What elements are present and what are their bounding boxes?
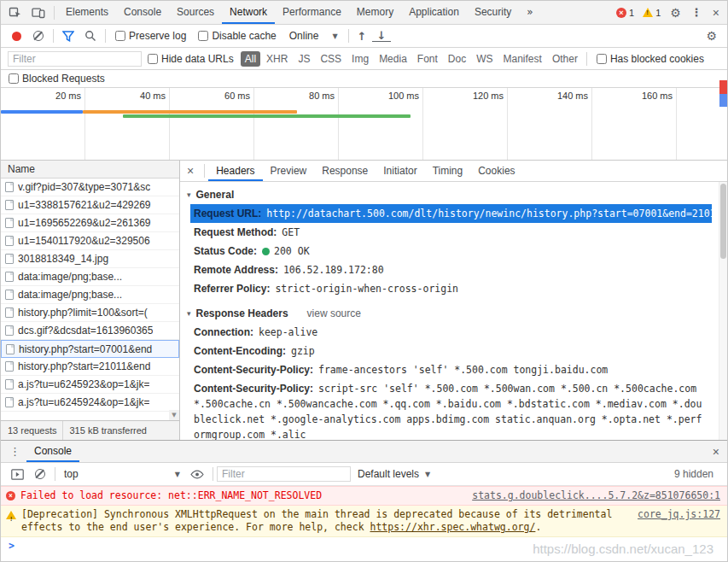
header-row-connection[interactable]: Connection:keep-alive	[180, 323, 712, 342]
network-settings-gear-icon[interactable]: ⚙	[701, 29, 722, 43]
blocked-requests-checkbox-input[interactable]	[9, 73, 19, 84]
device-toolbar-icon[interactable]	[26, 7, 50, 19]
request-row[interactable]: a.js?tu=u6245924&op=1&jk=	[1, 394, 179, 412]
request-row[interactable]: u1=1695652269&u2=261369	[1, 214, 179, 232]
request-row[interactable]: v.gif?pid=307&type=3071&sc	[1, 179, 179, 196]
drawer-kebab-menu-icon[interactable]: ⋮	[3, 445, 26, 458]
request-row[interactable]: u1=3388157621&u2=429269	[1, 196, 179, 214]
close-devtools-icon[interactable]: ×	[708, 6, 725, 20]
request-row[interactable]: u1=1540117920&u2=329506	[1, 232, 179, 250]
request-row[interactable]: 3018818349_14.jpg	[1, 250, 179, 268]
warning-badge[interactable]: 1	[643, 8, 661, 18]
tab-elements[interactable]: Elements	[58, 1, 116, 24]
tab-network[interactable]: Network	[222, 1, 275, 24]
request-row[interactable]: a.js?tu=u6245923&op=1&jk=	[1, 376, 179, 394]
warning-source-link[interactable]: core_jq.js:127	[638, 508, 720, 521]
view-source-link[interactable]: view source	[307, 307, 361, 319]
tab-initiator[interactable]: Initiator	[376, 161, 424, 181]
spec-link[interactable]: https://xhr.spec.whatwg.org/	[370, 521, 536, 533]
tab-response[interactable]: Response	[314, 161, 376, 181]
javascript-context-dropdown[interactable]: top ▼	[59, 468, 185, 480]
header-row-csp-frame-ancestors[interactable]: Content-Security-Policy:frame-ancestors …	[180, 360, 712, 379]
tab-preview[interactable]: Preview	[263, 161, 315, 181]
import-har-icon[interactable]: ↑	[352, 31, 372, 42]
filter-type-font[interactable]: Font	[413, 51, 442, 67]
tab-performance[interactable]: Performance	[275, 1, 349, 24]
filter-type-js[interactable]: JS	[294, 51, 314, 67]
hide-data-urls-checkbox-input[interactable]	[148, 54, 158, 64]
filter-type-manifest[interactable]: Manifest	[499, 51, 546, 67]
console-error-message[interactable]: × Failed to load resource: net::ERR_NAME…	[1, 486, 727, 506]
disable-cache-checkbox-input[interactable]	[198, 31, 208, 41]
request-row[interactable]: data:image/png;base...	[1, 268, 179, 286]
header-row-request-url[interactable]: Request URL:http://datachart.500.com/dlt…	[190, 204, 712, 223]
header-row-content-encoding[interactable]: Content-Encoding:gzip	[180, 342, 712, 360]
kebab-menu-icon[interactable]: ⋮	[686, 6, 708, 19]
filter-type-xhr[interactable]: XHR	[262, 51, 292, 67]
network-overview-timeline[interactable]: 20 ms 40 ms 60 ms 80 ms 100 ms 120 ms 14…	[1, 88, 727, 161]
record-network-log-button[interactable]	[12, 32, 21, 41]
hide-data-urls-checkbox[interactable]: Hide data URLs	[148, 53, 234, 65]
header-row-status-code[interactable]: Status Code:200 OK	[180, 242, 712, 261]
disable-cache-checkbox[interactable]: Disable cache	[198, 30, 276, 42]
filter-type-css[interactable]: CSS	[316, 51, 346, 67]
settings-gear-icon[interactable]: ⚙	[665, 6, 686, 20]
network-toolbar: Preserve log Disable cache Online ▼ ↑ ↓ …	[1, 25, 727, 48]
blocked-requests-checkbox[interactable]: Blocked Requests	[9, 73, 105, 85]
console-sidebar-toggle-icon[interactable]	[6, 469, 29, 480]
tab-sources[interactable]: Sources	[169, 1, 222, 24]
tab-timing[interactable]: Timing	[425, 161, 471, 181]
error-badge[interactable]: × 1	[616, 8, 634, 18]
console-warning-message[interactable]: [Deprecation] Synchronous XMLHttpRequest…	[1, 506, 727, 537]
filter-funnel-icon[interactable]	[57, 31, 79, 42]
error-source-link[interactable]: stats.g.doubleclick....5.7.2&z=851076650…	[472, 489, 720, 502]
request-row[interactable]: history.php?limit=100&sort=(	[1, 304, 179, 322]
details-scrollbar[interactable]	[719, 182, 727, 440]
search-icon[interactable]	[79, 30, 102, 42]
tab-application[interactable]: Application	[401, 1, 467, 24]
request-row[interactable]: data:image/png;base...	[1, 286, 179, 304]
header-row-referrer-policy[interactable]: Referrer Policy:strict-origin-when-cross…	[180, 279, 712, 298]
filter-type-media[interactable]: Media	[375, 51, 411, 67]
filter-type-img[interactable]: Img	[347, 51, 373, 67]
close-drawer-icon[interactable]: ×	[708, 445, 725, 459]
tab-cookies[interactable]: Cookies	[470, 161, 522, 181]
clear-console-icon[interactable]	[35, 469, 45, 479]
export-har-icon[interactable]: ↓	[372, 30, 392, 42]
filter-type-doc[interactable]: Doc	[444, 51, 470, 67]
scroll-down-arrow[interactable]: ▼	[169, 410, 179, 420]
header-row-remote-address[interactable]: Remote Address:106.52.189.172:80	[180, 261, 712, 279]
network-filter-input[interactable]	[8, 51, 142, 67]
has-blocked-cookies-checkbox[interactable]: Has blocked cookies	[597, 53, 704, 65]
clear-network-log-icon[interactable]	[33, 31, 44, 41]
tab-headers[interactable]: Headers	[208, 161, 262, 181]
has-blocked-cookies-checkbox-input[interactable]	[597, 54, 607, 64]
request-row[interactable]: history.php?start=21011&end	[1, 358, 179, 376]
details-scrollbar-thumb[interactable]	[720, 184, 726, 259]
name-column-header[interactable]: Name	[1, 161, 179, 179]
tab-security[interactable]: Security	[467, 1, 519, 24]
general-section-toggle[interactable]: ▾ General	[180, 185, 712, 204]
log-levels-dropdown[interactable]: Default levels ▼	[351, 468, 437, 480]
hidden-messages-count[interactable]: 9 hidden	[674, 468, 722, 480]
more-tabs-chevron[interactable]: »	[519, 1, 540, 24]
tab-memory[interactable]: Memory	[349, 1, 401, 24]
preserve-log-checkbox[interactable]: Preserve log	[115, 30, 186, 42]
response-headers-section-toggle[interactable]: ▾ Response Headers view source	[180, 304, 712, 323]
console-drawer-tab[interactable]: Console	[26, 441, 79, 462]
preserve-log-checkbox-input[interactable]	[115, 31, 125, 41]
request-row-selected[interactable]: history.php?start=07001&end	[1, 340, 179, 358]
close-details-icon[interactable]: ×	[180, 164, 201, 178]
tab-console[interactable]: Console	[116, 1, 169, 24]
eye-live-expression-icon[interactable]	[185, 470, 209, 479]
filter-type-other[interactable]: Other	[548, 51, 582, 67]
console-filter-input[interactable]	[217, 466, 351, 482]
header-row-request-method[interactable]: Request Method:GET	[180, 223, 712, 242]
inspect-element-icon[interactable]	[3, 6, 26, 19]
console-prompt[interactable]: >	[1, 537, 727, 554]
filter-type-ws[interactable]: WS	[472, 51, 497, 67]
filter-type-all[interactable]: All	[241, 51, 260, 67]
header-row-csp-script-src[interactable]: Content-Security-Policy:script-src 'self…	[180, 379, 712, 440]
request-row[interactable]: dcs.gif?&dcsdat=1613960365	[1, 322, 179, 340]
throttling-dropdown[interactable]: Online ▼	[282, 30, 345, 42]
